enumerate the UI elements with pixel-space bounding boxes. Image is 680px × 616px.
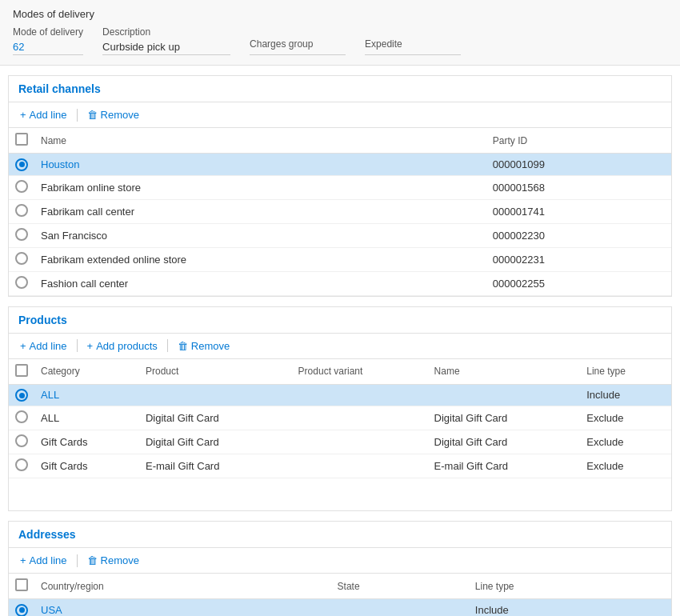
- product-category[interactable]: ALL: [34, 384, 139, 406]
- addresses-title: Addresses: [18, 528, 76, 541]
- product-display-name: Digital Gift Card: [428, 406, 581, 430]
- table-row[interactable]: Houston 000001099: [9, 154, 671, 176]
- products-category-header: Category: [34, 359, 139, 385]
- header-checkbox[interactable]: [15, 133, 28, 146]
- address-country[interactable]: USA: [34, 599, 331, 617]
- charges-group-value[interactable]: [250, 51, 346, 55]
- channel-name[interactable]: Houston: [34, 154, 486, 176]
- description-value[interactable]: Curbside pick up: [102, 39, 230, 55]
- channel-name[interactable]: Fabrikam online store: [34, 175, 486, 199]
- channel-name[interactable]: San Francisco: [34, 223, 486, 247]
- products-header: Products: [9, 307, 671, 334]
- retail-channels-check-header[interactable]: [9, 128, 34, 154]
- table-row[interactable]: San Francisco 000002230: [9, 223, 671, 247]
- products-add-line-button[interactable]: + Add line: [17, 338, 70, 354]
- plus-icon: +: [20, 554, 26, 566]
- table-row[interactable]: Gift Cards E-mail Gift Card E-mail Gift …: [9, 454, 671, 478]
- expedite-value[interactable]: [365, 51, 461, 55]
- row-radio-cell[interactable]: [9, 175, 34, 199]
- product-variant: [292, 406, 428, 430]
- product-name: Digital Gift Card: [139, 406, 292, 430]
- products-header-checkbox[interactable]: [15, 364, 28, 377]
- address-state: [331, 599, 469, 617]
- products-add-products-button[interactable]: + Add products: [84, 338, 161, 354]
- table-row[interactable]: Gift Cards Digital Gift Card Digital Gif…: [9, 430, 671, 454]
- row-radio-cell[interactable]: [9, 247, 34, 271]
- table-row[interactable]: Fabrikam online store 000001568: [9, 175, 671, 199]
- retail-channels-add-line-button[interactable]: + Add line: [17, 107, 70, 122]
- product-line-type: Exclude: [580, 430, 671, 454]
- row-radio-cell[interactable]: [9, 430, 34, 454]
- products-empty-space: [9, 478, 671, 510]
- row-radio-cell[interactable]: [9, 599, 34, 617]
- remove-label: Remove: [191, 340, 230, 352]
- retail-channels-name-header: Name: [34, 128, 486, 154]
- row-radio[interactable]: [15, 410, 28, 423]
- addresses-check-header[interactable]: [9, 574, 34, 599]
- channel-party-id: 000002230: [486, 223, 671, 247]
- channel-party-id: 000001568: [486, 175, 671, 199]
- retail-channels-header: Retail channels: [9, 76, 671, 102]
- table-row[interactable]: ALL Digital Gift Card Digital Gift Card …: [9, 406, 671, 430]
- row-radio-cell[interactable]: [9, 223, 34, 247]
- products-check-header[interactable]: [9, 359, 34, 385]
- row-radio-cell[interactable]: [9, 454, 34, 478]
- row-radio[interactable]: [15, 228, 28, 241]
- addresses-section: Addresses + Add line 🗑 Remove Country/re…: [8, 521, 672, 616]
- product-category[interactable]: Gift Cards: [34, 430, 139, 454]
- table-row[interactable]: Fabrikam call center 000001741: [9, 199, 671, 223]
- table-row[interactable]: USA Include: [9, 599, 671, 617]
- row-radio[interactable]: [15, 180, 28, 193]
- modes-of-delivery-section: Modes of delivery Mode of delivery 62 De…: [0, 0, 680, 66]
- add-line-label: Add line: [30, 109, 67, 121]
- product-variant: [292, 384, 428, 406]
- row-radio-cell[interactable]: [9, 154, 34, 176]
- row-radio[interactable]: [15, 252, 28, 265]
- product-line-type: Exclude: [580, 406, 671, 430]
- channel-name[interactable]: Fashion call center: [34, 271, 486, 295]
- row-radio-cell[interactable]: [9, 384, 34, 406]
- product-display-name: Digital Gift Card: [428, 430, 581, 454]
- table-row[interactable]: ALL Include: [9, 384, 671, 406]
- addresses-add-line-button[interactable]: + Add line: [17, 553, 70, 568]
- products-section: Products + Add line + Add products 🗑 Rem…: [8, 306, 672, 512]
- row-radio[interactable]: [15, 204, 28, 217]
- row-radio[interactable]: [15, 276, 28, 289]
- row-radio[interactable]: [15, 458, 28, 471]
- row-radio-cell[interactable]: [9, 199, 34, 223]
- retail-channels-section: Retail channels + Add line 🗑 Remove Name: [8, 75, 672, 297]
- addresses-linetype-header: Line type: [469, 574, 671, 599]
- channel-name[interactable]: Fabrikam call center: [34, 199, 486, 223]
- row-radio[interactable]: [15, 604, 28, 617]
- table-row[interactable]: Fabrikam extended online store 000002231: [9, 247, 671, 271]
- channel-party-id: 000002231: [486, 247, 671, 271]
- expedite-label: Expedite: [365, 38, 461, 50]
- product-category[interactable]: ALL: [34, 406, 139, 430]
- product-variant: [292, 454, 428, 478]
- channel-name[interactable]: Fabrikam extended online store: [34, 247, 486, 271]
- toolbar-separator: [77, 109, 78, 122]
- retail-channels-remove-button[interactable]: 🗑 Remove: [84, 107, 142, 122]
- addresses-state-header: State: [331, 574, 469, 599]
- plus-icon-2: +: [87, 340, 94, 352]
- product-name: E-mail Gift Card: [139, 454, 292, 478]
- description-label: Description: [102, 26, 230, 38]
- retail-channels-table: Name Party ID Houston 000001099 Fabrikam…: [9, 128, 671, 296]
- row-radio[interactable]: [15, 389, 28, 402]
- row-radio-cell[interactable]: [9, 271, 34, 295]
- description-field-group: Description Curbside pick up: [102, 26, 230, 55]
- addresses-header-checkbox[interactable]: [15, 578, 28, 591]
- table-row[interactable]: Fashion call center 000002255: [9, 271, 671, 295]
- addresses-remove-button[interactable]: 🗑 Remove: [84, 553, 142, 568]
- products-remove-button[interactable]: 🗑 Remove: [174, 338, 233, 354]
- row-radio-cell[interactable]: [9, 406, 34, 430]
- product-display-name: [428, 384, 581, 406]
- row-radio[interactable]: [15, 434, 28, 447]
- remove-label: Remove: [101, 554, 139, 566]
- addresses-header: Addresses: [9, 522, 671, 548]
- mode-value[interactable]: 62: [13, 39, 83, 55]
- product-line-type: Include: [580, 384, 671, 406]
- trash-icon: 🗑: [87, 554, 98, 566]
- row-radio[interactable]: [15, 158, 28, 171]
- product-category[interactable]: Gift Cards: [34, 454, 139, 478]
